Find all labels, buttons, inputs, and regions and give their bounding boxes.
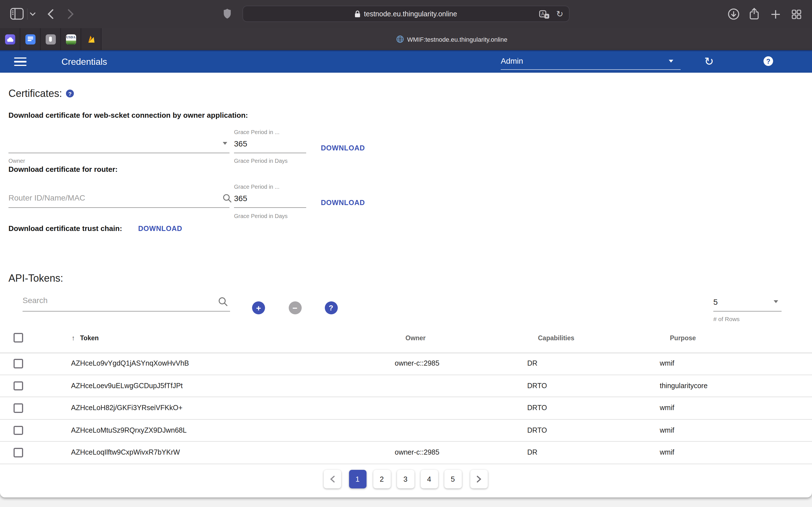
share-button[interactable] <box>749 8 759 20</box>
search-icon[interactable] <box>218 297 228 306</box>
router-search-icon[interactable] <box>223 194 232 203</box>
menu-hamburger-icon[interactable] <box>14 57 27 67</box>
token-cell: AZHceLo9vYgdQ1jASYnqXowHvVhB <box>71 353 189 375</box>
purpose-cell: wmif <box>660 353 674 375</box>
owner-select-underline[interactable] <box>8 153 230 153</box>
table-row[interactable]: AZHceLoev9uELwgGCDupJ5fTfJPt DRTO thingu… <box>0 375 812 397</box>
forward-button[interactable] <box>68 9 74 19</box>
bookmark-cloud[interactable] <box>0 28 20 50</box>
router-id-input[interactable] <box>8 193 211 202</box>
row-checkbox[interactable] <box>13 448 23 457</box>
grace-period-label: Grace Period in ... <box>234 129 280 135</box>
url-text: testnode.eu.thingularity.online <box>364 10 457 18</box>
add-token-button[interactable]: + <box>252 301 265 314</box>
capabilities-cell: DR <box>527 353 538 375</box>
search-underline <box>22 311 230 312</box>
info-favicon-icon <box>45 34 56 44</box>
trust-chain-label: Download certificate trust chain: <box>8 224 122 233</box>
column-header-owner[interactable]: Owner <box>405 335 426 341</box>
router-grace-underline <box>234 207 306 208</box>
table-row[interactable]: AZHceLoH82j/GKFi3YRseiVFKkO+ DRTO wmif <box>0 397 812 419</box>
purpose-cell: wmif <box>660 442 674 464</box>
row-checkbox[interactable] <box>13 403 23 413</box>
role-select-value[interactable]: Admin <box>501 55 523 66</box>
certificates-help-icon[interactable]: ? <box>66 90 74 98</box>
rows-helper-label: # of Rows <box>713 316 740 322</box>
privacy-shield-icon[interactable] <box>223 8 231 19</box>
new-tab-button[interactable] <box>771 10 780 19</box>
active-tab-title[interactable]: WMIF:testnode.eu.thingularity.online <box>407 35 507 43</box>
router-grace-helper-label: Grace Period in Days <box>234 213 288 219</box>
rows-select-underline <box>713 311 781 312</box>
grace-period-input[interactable] <box>234 139 268 148</box>
rows-select-caret-icon[interactable] <box>774 300 778 303</box>
bookmark-usda[interactable]: USDA <box>61 28 81 50</box>
browser-toolbar: testnode.eu.thingularity.online A ★ ↻ <box>0 0 812 28</box>
download-trust-chain-button[interactable]: DOWNLOAD <box>138 225 182 232</box>
tab-favicon-globe-icon <box>396 36 404 43</box>
download-websocket-cert-button[interactable]: DOWNLOAD <box>321 145 365 152</box>
sidebar-toggle-icon[interactable] <box>10 8 24 20</box>
downloads-button[interactable] <box>728 8 739 20</box>
router-grace-period-input[interactable] <box>234 194 268 203</box>
sidebar-chevron-down-icon[interactable] <box>30 12 36 16</box>
rows-select-value[interactable]: 5 <box>713 297 718 307</box>
page-button-1[interactable]: 1 <box>349 470 366 489</box>
download-router-cert-button[interactable]: DOWNLOAD <box>321 199 365 207</box>
row-checkbox[interactable] <box>13 359 23 368</box>
table-row[interactable]: AZHceLoMtuSz9RQrxyZX9DJwn68L DRTO wmif <box>0 419 812 442</box>
next-page-button[interactable] <box>470 470 488 489</box>
token-cell: AZHceLoev9uELwgGCDupJ5fTfJPt <box>71 375 183 397</box>
lock-icon <box>355 10 361 17</box>
bookmarks-bar: USDA <box>0 28 101 50</box>
capabilities-cell: DRTO <box>527 375 547 397</box>
sort-ascending-icon[interactable]: ↑ <box>71 335 75 341</box>
table-row[interactable]: AZHceLoqIlftw9CxpWivxR7bYKrW owner-c::29… <box>0 442 812 464</box>
role-select-caret-icon[interactable] <box>669 59 673 62</box>
column-header-capabilities[interactable]: Capabilities <box>538 335 574 341</box>
page-title: Credentials <box>61 51 107 73</box>
page-button-2[interactable]: 2 <box>373 470 391 489</box>
remove-token-button[interactable]: − <box>289 301 301 314</box>
table-row[interactable]: AZHceLo9vYgdQ1jASYnqXowHvVhB owner-c::29… <box>0 353 812 375</box>
owner-cell: owner-c::2985 <box>395 353 439 375</box>
token-cell: AZHceLoqIlftw9CxpWivxR7bYKrW <box>71 442 180 464</box>
usda-favicon-icon: USDA <box>66 34 76 44</box>
page-button-4[interactable]: 4 <box>420 470 438 489</box>
row-checkbox[interactable] <box>13 426 23 435</box>
column-header-token[interactable]: Token <box>80 335 99 341</box>
header-help-icon[interactable]: ? <box>763 56 773 66</box>
api-tokens-heading: API-Tokens: <box>8 272 63 284</box>
svg-text:★: ★ <box>545 14 549 18</box>
page-button-5[interactable]: 5 <box>444 470 462 489</box>
back-button[interactable] <box>47 9 54 19</box>
select-all-checkbox[interactable] <box>13 333 23 342</box>
token-cell: AZHceLoMtuSz9RQrxyZX9DJwn68L <box>71 419 187 442</box>
role-select-underline <box>501 69 680 69</box>
toolbar-divider <box>27 8 28 20</box>
column-header-purpose[interactable]: Purpose <box>670 335 696 341</box>
bookmark-docs[interactable] <box>20 28 41 50</box>
chevron-left-icon <box>329 475 335 483</box>
owner-select-caret-icon[interactable] <box>223 142 227 145</box>
router-id-underline <box>8 207 230 208</box>
purpose-cell: wmif <box>660 397 674 419</box>
bookmark-firebase[interactable] <box>81 28 101 50</box>
router-grace-period-label: Grace Period in ... <box>234 184 280 190</box>
cloud-favicon-icon <box>5 34 15 44</box>
content-card: Certificates: ? Download certificate for… <box>0 73 812 497</box>
translate-icon[interactable]: A ★ <box>539 10 550 19</box>
previous-page-button[interactable] <box>323 470 341 489</box>
page-button-3[interactable]: 3 <box>397 470 414 489</box>
bookmark-info[interactable] <box>41 28 61 50</box>
row-checkbox[interactable] <box>13 381 23 390</box>
svg-text:A: A <box>541 11 545 16</box>
address-bar[interactable]: testnode.eu.thingularity.online A ★ ↻ <box>243 6 569 22</box>
capabilities-cell: DR <box>527 442 538 464</box>
firebase-flame-icon <box>86 34 96 44</box>
search-input[interactable] <box>22 296 209 305</box>
reload-icon[interactable]: ↻ <box>556 8 563 20</box>
tokens-help-button[interactable]: ? <box>324 301 338 314</box>
tab-overview-button[interactable] <box>792 10 801 19</box>
refresh-icon[interactable]: ↻ <box>704 54 714 68</box>
